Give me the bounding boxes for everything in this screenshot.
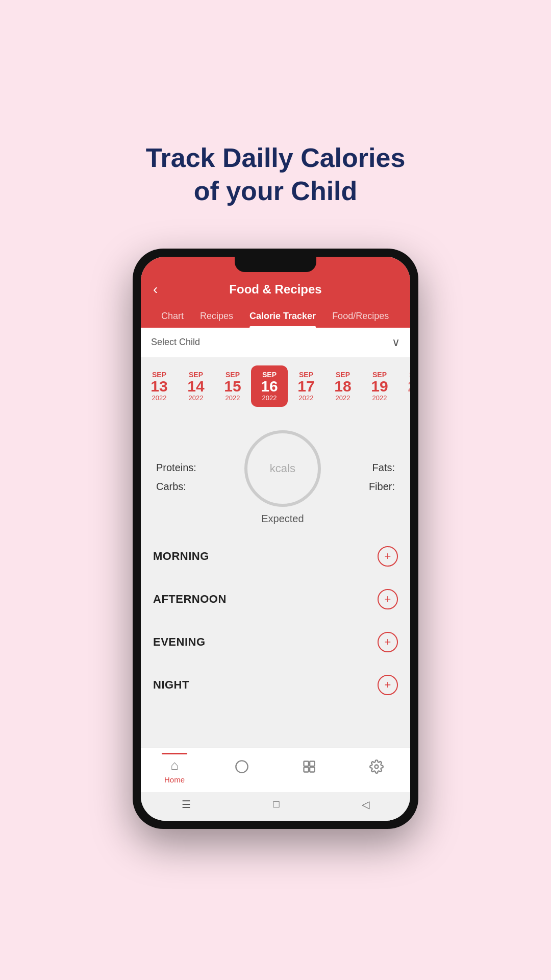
date-item[interactable]: SEP 14 2022 — [178, 365, 214, 407]
nav-active-indicator — [162, 753, 187, 754]
content-spacer — [141, 717, 410, 747]
add-afternoon-button[interactable]: + — [378, 589, 398, 609]
meal-row-evening: EVENING + — [153, 621, 398, 664]
nav-item-chat[interactable] — [221, 760, 262, 777]
meal-row-night: NIGHT + — [153, 664, 398, 706]
back-button[interactable]: ‹ — [153, 281, 158, 298]
chevron-down-icon: ∨ — [392, 336, 400, 349]
tab-more[interactable]: N — [397, 305, 398, 328]
meal-row-morning: MORNING + — [153, 535, 398, 578]
add-evening-button[interactable]: + — [378, 632, 398, 652]
page-wrapper: Track Dailly Calories of your Child ‹ Fo… — [0, 111, 551, 870]
select-child-text: Select Child — [151, 337, 200, 348]
menu-icon[interactable]: ☰ — [182, 798, 191, 811]
nav-item-home[interactable]: ⌂ Home — [154, 753, 195, 784]
svg-point-5 — [375, 765, 379, 768]
carbs-label: Carbs: — [156, 481, 196, 493]
fats-label: Fats: — [369, 462, 395, 474]
page-title: Track Dailly Calories of your Child — [146, 141, 406, 208]
svg-rect-3 — [304, 767, 309, 772]
nav-label-home: Home — [164, 775, 185, 784]
tab-calorie-tracker[interactable]: Calorie Tracker — [241, 305, 324, 328]
svg-rect-4 — [310, 767, 314, 772]
tab-chart[interactable]: Chart — [153, 305, 192, 328]
home-icon: ⌂ — [170, 757, 179, 773]
circle-container: kcals Expected — [244, 430, 321, 525]
chat-icon — [235, 760, 249, 777]
header-row: ‹ Food & Recipes — [153, 282, 398, 305]
date-item[interactable]: SEP 20 202 — [398, 365, 410, 407]
home-sys-icon[interactable]: □ — [273, 798, 279, 810]
phone-screen: ‹ Food & Recipes Chart Recipes Calorie T… — [141, 257, 410, 821]
svg-rect-1 — [304, 761, 309, 766]
tab-food-recipes[interactable]: Food/Recipes — [324, 305, 397, 328]
kcal-text: kcals — [270, 462, 295, 475]
date-item[interactable]: SEP 17 2022 — [288, 365, 324, 407]
date-item[interactable]: SEP 15 2022 — [214, 365, 251, 407]
nutrition-left: Proteins: Carbs: — [156, 462, 196, 493]
settings-icon — [369, 760, 384, 777]
select-child-row[interactable]: Select Child ∨ — [141, 328, 410, 357]
nav-item-settings[interactable] — [356, 760, 397, 777]
date-item[interactable]: SEP 13 2022 — [141, 365, 178, 407]
meal-row-afternoon: AFTERNOON + — [153, 578, 398, 621]
kcal-circle: kcals — [244, 430, 321, 507]
date-item[interactable]: SEP 19 2022 — [361, 365, 398, 407]
date-item[interactable]: SEP 18 2022 — [324, 365, 361, 407]
tab-recipes[interactable]: Recipes — [192, 305, 241, 328]
date-item-selected[interactable]: SEP 16 2022 — [251, 365, 288, 407]
records-icon — [302, 760, 316, 777]
fiber-label: Fiber: — [369, 481, 395, 493]
meals-area: MORNING + AFTERNOON + EVENING + NIGHT + — [141, 530, 410, 717]
add-morning-button[interactable]: + — [378, 546, 398, 567]
svg-rect-2 — [310, 761, 314, 766]
nutrition-area: Proteins: Carbs: kcals Expected Fats: Fi… — [141, 415, 410, 530]
nav-item-records[interactable] — [289, 760, 330, 777]
proteins-label: Proteins: — [156, 462, 196, 474]
expected-text: Expected — [261, 513, 304, 525]
bottom-nav: ⌂ Home — [141, 747, 410, 792]
date-picker: SEP 13 2022 SEP 14 2022 SEP 15 2022 SEP … — [141, 357, 410, 415]
add-night-button[interactable]: + — [378, 675, 398, 695]
back-sys-icon[interactable]: ◁ — [362, 798, 369, 811]
nutrition-right: Fats: Fiber: — [369, 462, 395, 493]
notch — [235, 257, 316, 272]
phone-frame: ‹ Food & Recipes Chart Recipes Calorie T… — [133, 249, 418, 829]
meal-label-afternoon: AFTERNOON — [153, 593, 227, 606]
meal-label-evening: EVENING — [153, 635, 206, 649]
system-bar: ☰ □ ◁ — [141, 792, 410, 821]
tabs-row: Chart Recipes Calorie Tracker Food/Recip… — [153, 305, 398, 328]
header-title: Food & Recipes — [229, 282, 321, 297]
meal-label-morning: MORNING — [153, 550, 209, 563]
meal-label-night: NIGHT — [153, 678, 189, 692]
